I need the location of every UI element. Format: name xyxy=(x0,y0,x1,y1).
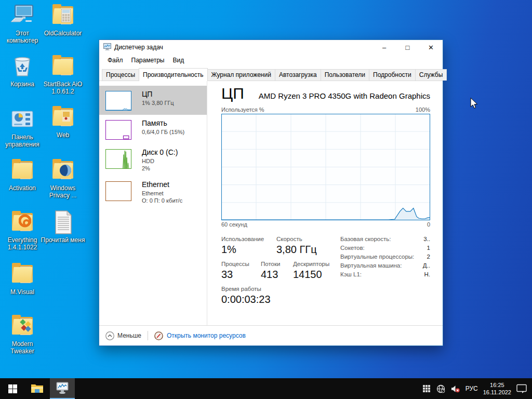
sidebar-item-cpu[interactable]: ЦП1% 3,80 ГГц xyxy=(99,86,207,115)
cpu-detail-row: Виртуальная машина:Д.. xyxy=(340,262,430,269)
sidebar-item-ethernet[interactable]: EthernetEthernetО: 0 П: 0 кбит/с xyxy=(99,176,207,208)
detail-label: Базовая скорость: xyxy=(340,236,391,242)
desktop-icon-label: Everything 1.4.1.1022 xyxy=(0,236,45,251)
chart-ylabel: Используется % xyxy=(221,107,264,113)
resource-monitor-gauge-icon xyxy=(154,331,163,340)
detail-value: 3.. xyxy=(423,236,430,242)
handles-label: Дескрипторы xyxy=(293,261,329,267)
tab-strip: Процессы Производительность Журнал прило… xyxy=(99,67,443,81)
detail-label: Виртуальные процессоры: xyxy=(340,254,414,260)
fewer-details-label: Меньше xyxy=(117,332,141,339)
volume-muted-icon[interactable] xyxy=(451,384,460,393)
control-panel-icon xyxy=(10,107,35,132)
desktop-icon-recycle-bin-2[interactable]: Корзина xyxy=(0,54,45,88)
desktop-icon-folder-calculator-1[interactable]: OldCalculator xyxy=(41,3,85,37)
desktop-icon-folder-blue-logo-7[interactable]: Windows Privacy ... xyxy=(41,158,85,199)
tab-performance[interactable]: Производительность xyxy=(139,68,207,81)
footer-bar: Меньше Открыть монитор ресурсов xyxy=(99,325,443,345)
close-button[interactable]: ✕ xyxy=(419,40,443,55)
handles-value: 14150 xyxy=(293,269,329,281)
sidebar-item-subtitle: EthernetО: 0 П: 0 кбит/с xyxy=(142,190,182,204)
desktop-icon-label: Modern Tweaker xyxy=(0,340,45,355)
folder-image-icon xyxy=(50,105,75,130)
mini-chart-icon xyxy=(105,181,131,201)
tab-details[interactable]: Подробности xyxy=(369,69,416,81)
desktop-icon-folder-document-3[interactable]: StartBack AiO 1.0.61.2 xyxy=(41,54,85,95)
desktop-icon-folder-cubes-11[interactable]: Modern Tweaker xyxy=(0,314,45,355)
desktop-icon-folder-document-10[interactable]: M.Visual xyxy=(0,262,45,296)
desktop-icon-text-file-9[interactable]: Прочитай меня xyxy=(41,210,85,244)
desktop-icon-label: Web xyxy=(41,131,85,139)
detail-label: Кэш L1: xyxy=(340,271,362,277)
tray-grid-icon[interactable] xyxy=(422,384,431,393)
sidebar-item-title: Ethernet xyxy=(142,180,182,189)
network-globe-icon[interactable] xyxy=(436,384,446,393)
tab-app-history[interactable]: Журнал приложений xyxy=(207,69,275,81)
uptime-label: Время работы xyxy=(221,286,271,292)
file-explorer-icon xyxy=(31,383,44,394)
tab-startup[interactable]: Автозагрузка xyxy=(275,69,321,81)
minimize-button[interactable]: – xyxy=(373,40,396,55)
detail-value: Д.. xyxy=(423,262,430,269)
desktop-icon-label: Корзина xyxy=(0,81,45,88)
taskbar-clock[interactable]: 16:25 16.11.2022 xyxy=(483,381,511,396)
sidebar-item-disk[interactable]: Диск 0 (C:)HDD2% xyxy=(99,144,207,176)
sidebar-item-subtitle: 0,6/4,0 ГБ (15%) xyxy=(142,128,184,136)
desktop-icon-label: Этот компьютер xyxy=(0,30,45,44)
desktop-icon-folder-document-6[interactable]: Activation xyxy=(0,158,45,192)
sidebar-item-title: ЦП xyxy=(142,90,174,98)
uptime-value: 0:00:03:23 xyxy=(221,294,271,305)
tab-services[interactable]: Службы xyxy=(415,69,447,81)
desktop-icon-computer-0[interactable]: Этот компьютер xyxy=(0,3,45,44)
fewer-details-button[interactable]: Меньше xyxy=(105,331,141,340)
chart-xmax-label: 0 xyxy=(427,221,430,228)
desktop-icon-label: Прочитай меня xyxy=(41,236,85,244)
clock-date: 16.11.2022 xyxy=(483,389,511,396)
folder-cubes-icon xyxy=(10,314,35,339)
cpu-detail-row: Базовая скорость:3.. xyxy=(340,236,430,242)
detail-label: Виртуальная машина: xyxy=(340,262,402,269)
menu-options[interactable]: Параметры xyxy=(127,56,169,65)
tab-users[interactable]: Пользователи xyxy=(321,69,369,81)
computer-icon xyxy=(10,3,35,28)
task-manager-taskbar-button[interactable] xyxy=(50,378,75,399)
task-manager-taskbar-icon xyxy=(56,382,69,394)
sidebar-item-memory[interactable]: Память0,6/4,0 ГБ (15%) xyxy=(99,115,207,144)
cpu-panel: ЦП AMD Ryzen 3 PRO 4350G with Radeon Gra… xyxy=(207,79,443,325)
mini-chart-icon xyxy=(105,91,131,111)
desktop-icon-folder-image-5[interactable]: Web xyxy=(41,105,85,139)
desktop-icon-label: M.Visual xyxy=(0,288,45,296)
menu-file[interactable]: Файл xyxy=(103,56,127,65)
action-center-icon[interactable] xyxy=(516,384,527,393)
mini-chart-icon xyxy=(105,149,131,169)
mini-chart-icon xyxy=(105,120,131,140)
open-resource-monitor-link[interactable]: Открыть монитор ресурсов xyxy=(154,331,246,340)
threads-value: 413 xyxy=(261,269,293,281)
desktop-icon-label: Activation xyxy=(0,184,45,192)
detail-value: Н. xyxy=(424,271,431,277)
text-file-icon xyxy=(50,210,75,235)
resource-monitor-label: Открыть монитор ресурсов xyxy=(167,332,246,339)
tab-processes[interactable]: Процессы xyxy=(102,69,139,81)
file-explorer-taskbar-button[interactable] xyxy=(25,378,50,399)
folder-document-icon xyxy=(50,54,75,79)
recycle-bin-icon xyxy=(10,54,35,79)
title-bar[interactable]: Диспетчер задач – □ ✕ xyxy=(99,40,443,55)
detail-value: 1 xyxy=(427,245,430,251)
menu-view[interactable]: Вид xyxy=(168,56,188,65)
detail-label: Сокетов: xyxy=(340,245,365,251)
menu-bar: Файл Параметры Вид xyxy=(99,55,443,67)
maximize-button[interactable]: □ xyxy=(396,40,419,55)
performance-sidebar: ЦП1% 3,80 ГГцПамять0,6/4,0 ГБ (15%)Диск … xyxy=(99,79,207,325)
cpu-details-list: Базовая скорость:3..Сокетов:1Виртуальные… xyxy=(340,236,430,311)
desktop-icon-control-panel-4[interactable]: Панель управления xyxy=(0,107,45,148)
folder-orange-logo-icon xyxy=(10,210,35,235)
desktop-icon-label: OldCalculator xyxy=(41,30,85,37)
cpu-detail-row: Виртуальные процессоры:2 xyxy=(340,254,430,260)
start-button[interactable] xyxy=(0,378,25,399)
desktop-icon-folder-orange-logo-8[interactable]: Everything 1.4.1.1022 xyxy=(0,210,45,251)
desktop-icon-label: Windows Privacy ... xyxy=(41,184,85,199)
language-indicator[interactable]: РУС xyxy=(466,385,478,392)
chart-ymax-label: 100% xyxy=(416,107,430,113)
cpu-usage-chart[interactable] xyxy=(221,114,430,220)
